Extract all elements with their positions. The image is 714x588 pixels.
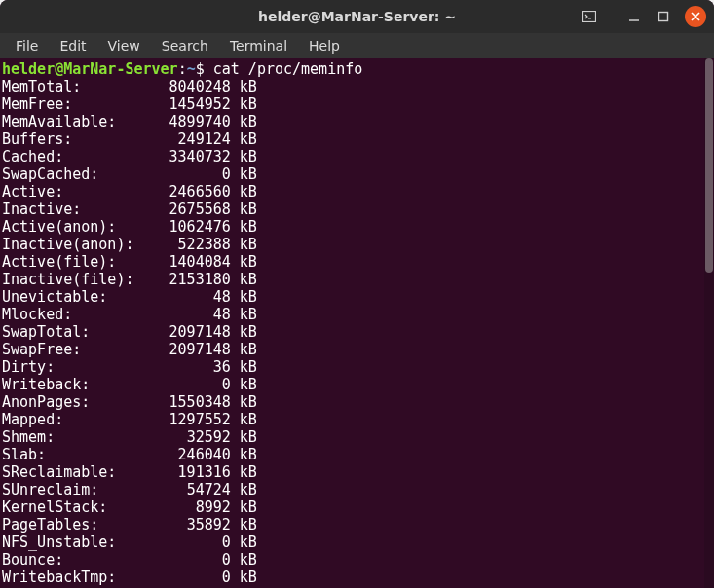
meminfo-row: SUnreclaim:54724 kB [2,481,702,498]
meminfo-row: NFS_Unstable:0 kB [2,533,702,551]
meminfo-row: Dirty:36 kB [2,358,702,376]
meminfo-unit: kB [240,253,257,271]
meminfo-value: 1550348 [142,393,230,411]
window-controls [626,6,706,27]
meminfo-unit: kB [240,411,257,428]
meminfo-label: Cached: [2,148,142,165]
meminfo-label: MemTotal: [2,78,142,95]
meminfo-row: MemAvailable:4899740 kB [2,113,702,130]
meminfo-label: Slab: [2,446,142,463]
meminfo-value: 0 [142,533,230,551]
command-text: cat /proc/meminfo [205,60,363,78]
meminfo-value: 36 [142,358,230,376]
meminfo-label: AnonPages: [2,393,142,411]
menu-file[interactable]: File [6,35,48,56]
meminfo-label: Mlocked: [2,306,142,323]
meminfo-label: SReclaimable: [2,463,142,481]
meminfo-label: MemAvailable: [2,113,142,130]
meminfo-label: Active(anon): [2,218,142,236]
meminfo-label: Bounce: [2,551,142,569]
meminfo-label: Shmem: [2,428,142,446]
meminfo-value: 2153180 [142,271,230,288]
meminfo-label: NFS_Unstable: [2,533,142,551]
meminfo-row: Bounce:0 kB [2,551,702,569]
meminfo-unit: kB [240,95,257,113]
meminfo-label: SwapCached: [2,165,142,183]
terminal-window: helder@MarNar-Server: ~ File Edit View S… [0,0,714,588]
meminfo-value: 1404084 [142,253,230,271]
meminfo-row: SwapTotal:2097148 kB [2,323,702,341]
meminfo-row: MemTotal:8040248 kB [2,78,702,95]
meminfo-row: Buffers:249124 kB [2,130,702,148]
scrollbar-thumb[interactable] [705,58,713,273]
meminfo-unit: kB [240,148,257,165]
meminfo-row: WritebackTmp:0 kB [2,569,702,586]
meminfo-label: MemFree: [2,95,142,113]
menu-edit[interactable]: Edit [50,35,95,56]
meminfo-unit: kB [240,446,257,463]
meminfo-row: SwapCached:0 kB [2,165,702,183]
meminfo-unit: kB [240,113,257,130]
meminfo-value: 48 [142,306,230,323]
meminfo-value: 8992 [142,498,230,516]
meminfo-unit: kB [240,498,257,516]
meminfo-label: KernelStack: [2,498,142,516]
meminfo-label: Active(file): [2,253,142,271]
meminfo-row: PageTables:35892 kB [2,516,702,533]
meminfo-row: Inactive(file):2153180 kB [2,271,702,288]
meminfo-label: WritebackTmp: [2,569,142,586]
prompt-path: ~ [187,60,196,78]
meminfo-label: Unevictable: [2,288,142,306]
meminfo-row: Mlocked:48 kB [2,306,702,323]
meminfo-value: 2675568 [142,201,230,218]
window-title: helder@MarNar-Server: ~ [258,9,456,24]
scrollbar[interactable] [704,58,714,588]
meminfo-unit: kB [240,183,257,201]
new-terminal-icon[interactable] [582,9,597,24]
meminfo-value: 0 [142,569,230,586]
meminfo-unit: kB [240,236,257,253]
meminfo-value: 0 [142,165,230,183]
meminfo-label: Inactive: [2,201,142,218]
meminfo-unit: kB [240,288,257,306]
meminfo-unit: kB [240,165,257,183]
meminfo-row: Writeback:0 kB [2,376,702,393]
menu-terminal[interactable]: Terminal [220,35,297,56]
meminfo-value: 522388 [142,236,230,253]
meminfo-value: 48 [142,288,230,306]
close-button[interactable] [685,6,706,27]
meminfo-label: Inactive(anon): [2,236,142,253]
titlebar-extra [582,9,597,24]
meminfo-value: 0 [142,376,230,393]
meminfo-label: Mapped: [2,411,142,428]
meminfo-unit: kB [240,569,257,586]
meminfo-value: 4899740 [142,113,230,130]
prompt-user-host: helder@MarNar-Server [2,60,178,78]
maximize-button[interactable] [656,9,671,24]
meminfo-unit: kB [240,130,257,148]
meminfo-value: 249124 [142,130,230,148]
meminfo-unit: kB [240,78,257,95]
menu-help[interactable]: Help [299,35,350,56]
meminfo-value: 8040248 [142,78,230,95]
meminfo-row: Inactive:2675568 kB [2,201,702,218]
meminfo-row: SReclaimable:191316 kB [2,463,702,481]
meminfo-row: Active(file):1404084 kB [2,253,702,271]
meminfo-unit: kB [240,551,257,569]
meminfo-unit: kB [240,516,257,533]
prompt-colon: : [178,60,187,78]
minimize-button[interactable] [626,9,642,24]
meminfo-label: Inactive(file): [2,271,142,288]
meminfo-unit: kB [240,201,257,218]
meminfo-value: 1454952 [142,95,230,113]
meminfo-unit: kB [240,481,257,498]
meminfo-row: AnonPages:1550348 kB [2,393,702,411]
menu-view[interactable]: View [98,35,150,56]
meminfo-unit: kB [240,341,257,358]
meminfo-value: 2466560 [142,183,230,201]
meminfo-unit: kB [240,533,257,551]
meminfo-unit: kB [240,428,257,446]
meminfo-unit: kB [240,271,257,288]
menu-search[interactable]: Search [152,35,218,56]
terminal-output[interactable]: helder@MarNar-Server:~$ cat /proc/meminf… [0,58,704,588]
